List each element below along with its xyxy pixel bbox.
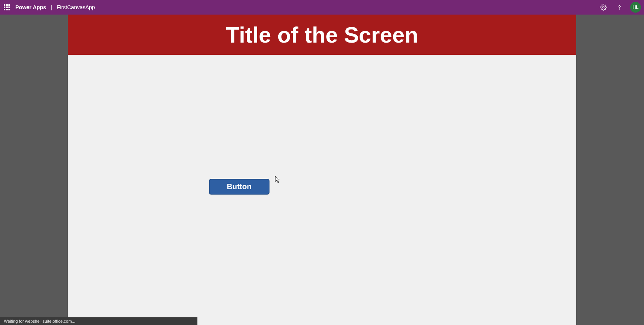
help-icon	[616, 4, 623, 11]
cursor-icon	[275, 176, 281, 183]
app-canvas: Title of the Screen Button	[68, 15, 576, 325]
gear-icon	[600, 4, 607, 11]
help-button[interactable]	[614, 2, 625, 13]
svg-point-0	[603, 7, 605, 8]
header-right: HL	[598, 2, 641, 13]
status-bar: Waiting for webshell.suite.office.com...	[0, 317, 197, 325]
settings-button[interactable]	[598, 2, 609, 13]
header-left: Power Apps | FirstCanvasApp	[3, 3, 95, 11]
brand-label[interactable]: Power Apps	[15, 4, 46, 10]
svg-point-1	[619, 9, 619, 9]
user-avatar[interactable]: HL	[630, 2, 641, 13]
button-label: Button	[227, 182, 251, 191]
app-launcher-icon[interactable]	[3, 3, 11, 11]
canvas-background: Title of the Screen Button	[0, 15, 644, 325]
avatar-initials: HL	[632, 5, 638, 10]
status-text: Waiting for webshell.suite.office.com...	[4, 319, 75, 323]
separator: |	[51, 4, 52, 10]
app-name-label[interactable]: FirstCanvasApp	[57, 4, 95, 10]
screen-title-bar: Title of the Screen	[68, 15, 576, 55]
primary-button[interactable]: Button	[209, 179, 269, 195]
screen-title: Title of the Screen	[226, 22, 418, 48]
app-header: Power Apps | FirstCanvasApp HL	[0, 0, 644, 15]
